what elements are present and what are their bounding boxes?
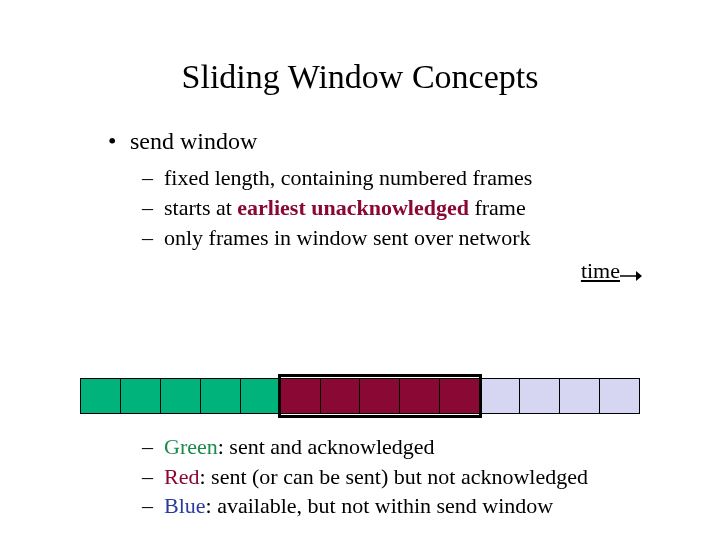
content-area: • send window – fixed length, containing… <box>108 126 720 288</box>
bullet-text: send window <box>130 128 257 154</box>
legend-item-blue: – Blue: available, but not within send w… <box>142 491 588 521</box>
legend-key: Red <box>164 464 199 489</box>
legend-key: Green <box>164 434 218 459</box>
frame-cell <box>560 379 600 413</box>
slide-title: Sliding Window Concepts <box>0 58 720 96</box>
frame-cell <box>600 379 639 413</box>
legend-item-red: – Red: sent (or can be sent) but not ack… <box>142 462 588 492</box>
dash-icon: – <box>142 491 153 521</box>
sub-item: – fixed length, containing numbered fram… <box>142 163 720 193</box>
bullet-dot-icon: • <box>108 126 116 157</box>
legend-item-green: – Green: sent and acknowledged <box>142 432 588 462</box>
sub-item: – starts at earliest unacknowledged fram… <box>142 193 720 223</box>
frame-cell <box>241 379 281 413</box>
sublist-1: – fixed length, containing numbered fram… <box>142 163 720 252</box>
frame-cell <box>480 379 520 413</box>
legend-text: : sent and acknowledged <box>218 434 435 459</box>
legend-text: : sent (or can be sent) but not acknowle… <box>199 464 588 489</box>
frame-cell <box>201 379 241 413</box>
dash-icon: – <box>142 193 153 223</box>
dash-icon: – <box>142 432 153 462</box>
frame-cell <box>161 379 201 413</box>
arrow-right-icon <box>620 270 642 282</box>
frame-strip <box>80 378 640 418</box>
sub-text: fixed length, containing numbered frames <box>164 165 532 190</box>
dash-icon: – <box>142 462 153 492</box>
frame-cell <box>81 379 121 413</box>
legend: – Green: sent and acknowledged – Red: se… <box>142 432 588 521</box>
bullet-level1: • send window <box>108 126 720 157</box>
frame-cell <box>121 379 161 413</box>
time-axis-row: time <box>108 258 720 288</box>
legend-key: Blue <box>164 493 206 518</box>
sub-text-c: frame <box>469 195 526 220</box>
dash-icon: – <box>142 163 153 193</box>
slide: Sliding Window Concepts • send window – … <box>0 58 720 540</box>
dash-icon: – <box>142 223 153 253</box>
sub-text-a: starts at <box>164 195 237 220</box>
frame-cell <box>520 379 560 413</box>
time-axis-label: time <box>581 258 620 284</box>
sub-text: only frames in window sent over network <box>164 225 531 250</box>
send-window-outline <box>278 374 482 418</box>
sub-text-emph: earliest unacknowledged <box>237 195 469 220</box>
sub-item: – only frames in window sent over networ… <box>142 223 720 253</box>
svg-marker-1 <box>636 271 642 281</box>
legend-text: : available, but not within send window <box>206 493 554 518</box>
